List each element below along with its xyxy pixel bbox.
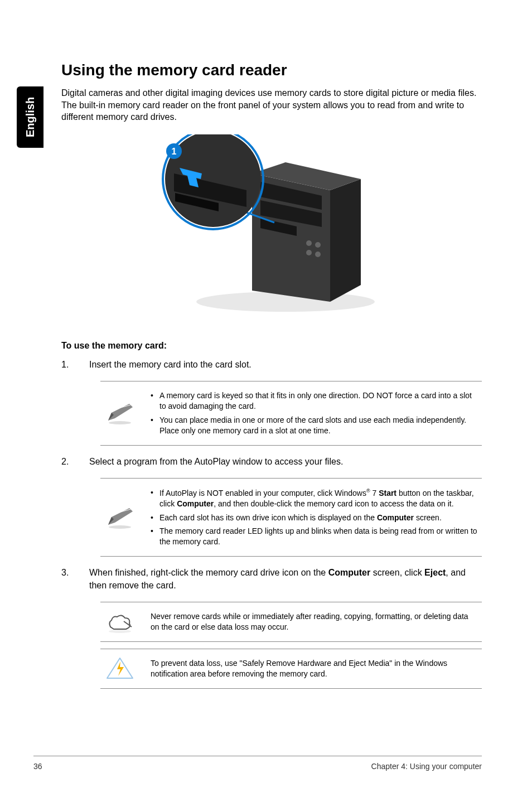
note2-item-a: If AutoPlay is NOT enabled in your compu…	[151, 487, 478, 509]
svg-point-10	[315, 252, 321, 257]
pencil-icon	[105, 506, 135, 529]
lightning-icon	[105, 657, 135, 680]
product-figure: 1	[61, 134, 482, 318]
section-title: Using the memory card reader	[61, 61, 482, 79]
note1-item-a: A memory card is keyed so that it fits i…	[151, 390, 478, 412]
procedure-heading: To use the memory card:	[61, 341, 482, 351]
hand-icon	[105, 610, 135, 634]
svg-point-7	[306, 240, 312, 246]
language-tab: English	[17, 86, 43, 148]
note-block-3: Never remove cards while or immediately …	[100, 602, 482, 642]
note2-item-c: The memory card reader LED lights up and…	[151, 526, 478, 547]
step-3: When finished, right-click the memory ca…	[61, 567, 482, 592]
svg-point-27	[109, 630, 131, 633]
computer-illustration: 1	[141, 134, 403, 318]
svg-point-8	[315, 242, 321, 248]
svg-point-19	[109, 421, 131, 424]
svg-marker-24	[108, 508, 133, 525]
svg-line-28	[124, 621, 132, 627]
step-1: Insert the memory card into the card slo…	[61, 359, 482, 371]
note-block-4: To prevent data loss, use "Safely Remove…	[100, 649, 482, 689]
step-2: Select a program from the AutoPlay windo…	[61, 456, 482, 468]
note2-item-b: Each card slot has its own drive icon wh…	[151, 513, 478, 523]
svg-marker-20	[108, 404, 133, 421]
intro-paragraph: Digital cameras and other digital imagin…	[61, 87, 482, 123]
note-block-2: If AutoPlay is NOT enabled in your compu…	[100, 478, 482, 557]
chapter-label: Chapter 4: Using your computer	[371, 762, 482, 771]
note-block-1: A memory card is keyed so that it fits i…	[100, 381, 482, 446]
svg-point-23	[109, 525, 131, 529]
page-number: 36	[33, 762, 42, 771]
svg-marker-2	[330, 179, 361, 302]
pencil-icon	[105, 402, 135, 425]
callout-number: 1	[172, 147, 177, 156]
svg-point-9	[306, 250, 312, 255]
note3-text: Never remove cards while or immediately …	[151, 608, 478, 636]
page-footer: 36 Chapter 4: Using your computer	[33, 756, 482, 771]
note1-item-b: You can place media in one or more of th…	[151, 415, 478, 436]
note4-text: To prevent data loss, use "Safely Remove…	[151, 655, 478, 683]
